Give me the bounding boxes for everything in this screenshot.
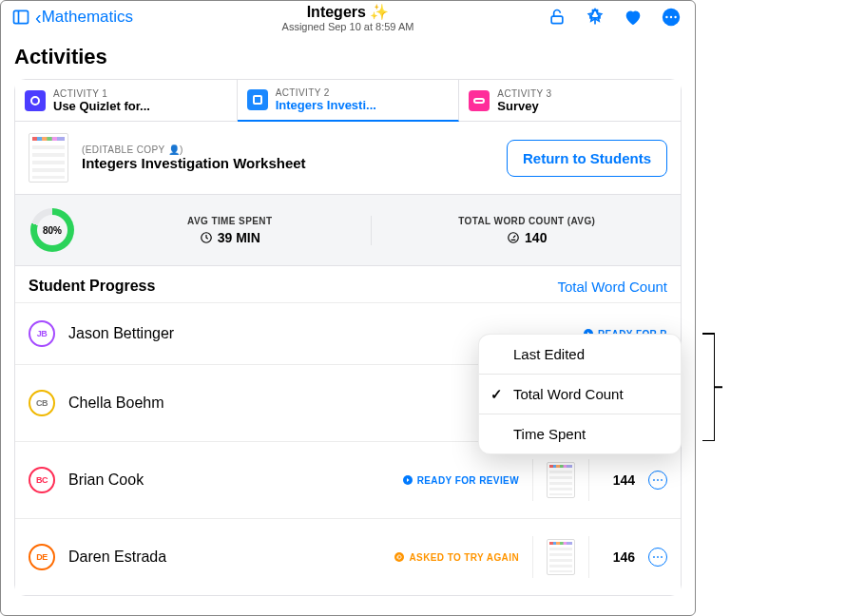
popover-item-time-spent[interactable]: Time Spent [479, 414, 681, 453]
svg-point-6 [674, 16, 676, 18]
status-badge: ASKED TO TRY AGAIN [394, 551, 519, 563]
student-name: Daren Estrada [68, 549, 380, 566]
svg-point-5 [670, 16, 672, 18]
row-more-icon[interactable]: ⋯ [648, 548, 667, 567]
word-count-stat: TOTAL WORD COUNT (AVG) 140 [387, 216, 668, 245]
activity-3-icon [469, 90, 490, 111]
header-bar: ‹ Mathematics Integers ✨ Assigned Sep 10… [1, 1, 695, 33]
avatar: DE [29, 544, 55, 570]
activities-heading: Activities [14, 45, 682, 69]
stats-row: 80% AVG TIME SPENT 39 MIN TOTAL WORD COU… [15, 195, 681, 266]
table-row[interactable]: DE Daren Estrada ASKED TO TRY AGAIN 146 … [15, 518, 681, 595]
back-label: Mathematics [42, 8, 133, 27]
return-to-students-button[interactable]: Return to Students [507, 140, 667, 177]
avatar: JB [29, 320, 55, 347]
activity-2-label: ACTIVITY 2 [276, 87, 376, 98]
content-area: Activities ACTIVITY 1 Use Quizlet for...… [1, 45, 695, 596]
back-button[interactable]: ‹ Mathematics [35, 8, 133, 27]
word-count-cell: 144 [603, 472, 635, 488]
clock-icon [200, 231, 213, 244]
student-progress-title: Student Progress [29, 278, 155, 295]
editable-copy-label: (EDITABLE COPY 👤) [82, 144, 306, 155]
status-badge: READY FOR REVIEW [402, 474, 519, 486]
svg-point-12 [394, 552, 404, 562]
submission-thumbnail[interactable] [547, 462, 575, 498]
gauge-icon [507, 231, 520, 244]
activity-3-label: ACTIVITY 3 [497, 88, 551, 99]
worksheet-name: Integers Investigation Worksheet [82, 155, 306, 171]
sidebar-toggle-icon[interactable] [10, 7, 31, 28]
divider [532, 536, 533, 578]
callout-bracket [690, 333, 715, 441]
svg-point-4 [665, 16, 667, 18]
word-count-cell: 146 [603, 549, 635, 565]
sort-link[interactable]: Total Word Count [557, 279, 667, 295]
avg-time-stat: AVG TIME SPENT 39 MIN [89, 216, 372, 245]
tab-activity-3[interactable]: ACTIVITY 3 Survey [459, 80, 681, 121]
student-name: Chella Boehm [68, 395, 484, 412]
lock-icon[interactable] [547, 7, 567, 28]
progress-ring: 80% [30, 208, 74, 252]
chevron-left-icon: ‹ [35, 8, 42, 27]
row-more-icon[interactable]: ⋯ [648, 471, 667, 490]
avatar: BC [29, 467, 55, 493]
header-actions [547, 7, 682, 28]
pin-icon[interactable] [585, 7, 606, 28]
avatar: CB [29, 390, 55, 416]
favorite-icon[interactable] [623, 7, 644, 28]
progress-header: Student Progress Total Word Count [15, 266, 681, 302]
worksheet-meta: (EDITABLE COPY 👤) Integers Investigation… [82, 144, 306, 171]
refresh-circle-icon [394, 551, 405, 563]
divider [588, 459, 589, 501]
divider [532, 459, 533, 501]
activity-2-icon [247, 89, 268, 110]
popover-item-total-word-count[interactable]: Total Word Count [479, 375, 681, 414]
avg-time-title: AVG TIME SPENT [187, 216, 272, 226]
more-icon[interactable] [661, 7, 682, 28]
student-name: Brian Cook [68, 472, 389, 489]
worksheet-row: (EDITABLE COPY 👤) Integers Investigation… [15, 122, 681, 195]
tab-activity-1[interactable]: ACTIVITY 1 Use Quizlet for... [15, 80, 238, 121]
popover-item-last-edited[interactable]: Last Edited [479, 335, 681, 375]
activity-3-name: Survey [497, 99, 551, 113]
progress-percent: 80% [43, 225, 62, 236]
svg-rect-0 [14, 10, 29, 23]
word-count-title: TOTAL WORD COUNT (AVG) [458, 216, 595, 226]
activity-1-icon [25, 90, 46, 111]
divider [588, 536, 589, 578]
activity-2-name: Integers Investi... [276, 98, 376, 112]
sort-popover: Last Edited Total Word Count Time Spent [478, 334, 682, 454]
arrow-right-circle-icon [402, 474, 413, 486]
activity-1-name: Use Quizlet for... [53, 99, 150, 113]
worksheet-thumbnail[interactable] [29, 133, 68, 183]
svg-rect-2 [551, 16, 563, 23]
activity-tabs: ACTIVITY 1 Use Quizlet for... ACTIVITY 2… [15, 80, 681, 122]
activity-1-label: ACTIVITY 1 [53, 88, 150, 99]
app-window: ‹ Mathematics Integers ✨ Assigned Sep 10… [0, 0, 696, 616]
word-count-value: 140 [507, 230, 547, 245]
avg-time-value: 39 MIN [200, 230, 260, 245]
tab-activity-2[interactable]: ACTIVITY 2 Integers Investi... [238, 80, 460, 122]
submission-thumbnail[interactable] [547, 539, 575, 575]
